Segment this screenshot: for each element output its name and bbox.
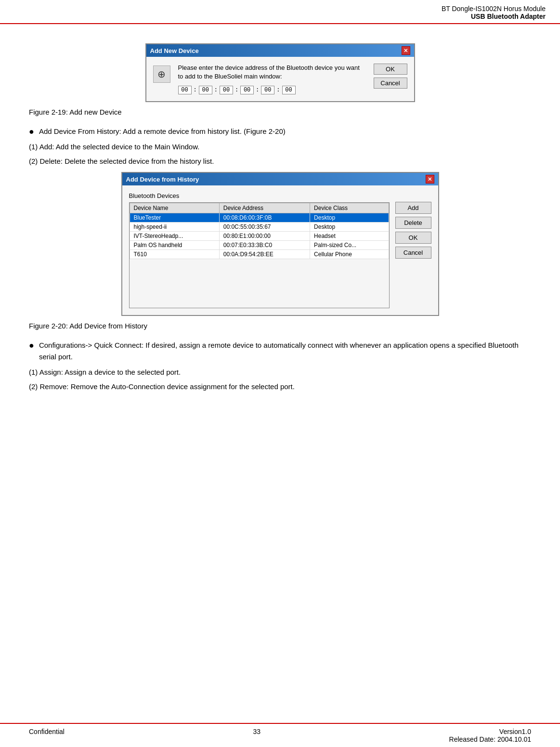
table-row[interactable]: high-speed-ii00:0C:55:00:35:67Desktop — [130, 223, 389, 232]
bullet1-dot: ● — [29, 127, 34, 137]
col-device-class: Device Class — [310, 203, 389, 213]
dialog20-body: Bluetooth Devices Device Name Device Add… — [122, 185, 438, 315]
dialog19-ok-button[interactable]: OK — [374, 64, 407, 75]
table-row[interactable]: IVT-StereoHeadp...00:80:E1:00:00:00Heads… — [130, 232, 389, 241]
device-table: Device Name Device Address Device Class … — [130, 203, 389, 259]
dialog19-title: Add New Device — [150, 47, 199, 54]
addr-field-1[interactable] — [178, 86, 192, 94]
table-cell-address: 00:07:E0:33:3B:C0 — [219, 241, 310, 250]
dialog19-buttons: OK Cancel — [374, 64, 407, 94]
dialog20-delete-button[interactable]: Delete — [395, 217, 431, 229]
numbered3: (1) Assign: Assign a device to the selec… — [29, 367, 531, 378]
dialog19-text: Please enter the device address of the B… — [178, 64, 366, 81]
address-input-row: : : : : : — [178, 86, 366, 94]
col-device-name: Device Name — [130, 203, 219, 213]
footer-version: Version1.0 — [449, 728, 531, 735]
bullet1-item: ● Add Device From History: Add a remote … — [29, 126, 531, 137]
table-cell-address: 00:0C:55:00:35:67 — [219, 223, 310, 232]
table-cell-address: 00:80:E1:00:00:00 — [219, 232, 310, 241]
table-cell-name: high-speed-ii — [130, 223, 219, 232]
header-line2: USB Bluetooth Adapter — [14, 13, 546, 20]
dialog19-icon-area: ⊕ — [153, 64, 170, 94]
col-device-address: Device Address — [219, 203, 310, 213]
footer-left: Confidential — [29, 728, 65, 743]
figure19-container: Add New Device ✕ ⊕ Please enter the devi… — [145, 43, 415, 102]
bullet2-item: ● Configurations-> Quick Connect: If des… — [29, 340, 531, 363]
dialog19-body: ⊕ Please enter the device address of the… — [146, 57, 414, 101]
numbered4: (2) Remove: Remove the Auto-Connection d… — [29, 381, 531, 393]
numbered2: (2) Delete: Delete the selected device f… — [29, 156, 531, 167]
add-new-device-dialog: Add New Device ✕ ⊕ Please enter the devi… — [145, 43, 415, 102]
addr-sep-5: : — [276, 87, 280, 93]
footer-date: Released Date: 2004.10.01 — [449, 735, 531, 743]
addr-field-2[interactable] — [199, 86, 212, 94]
page-footer: Confidential 33 Version1.0 Released Date… — [0, 723, 560, 747]
page-content: Add New Device ✕ ⊕ Please enter the devi… — [0, 24, 560, 410]
addr-sep-3: : — [235, 87, 238, 93]
figure19-caption: Figure 2-19: Add new Device — [29, 108, 531, 116]
device-table-header: Device Name Device Address Device Class — [130, 203, 389, 213]
dialog20-title: Add Device from History — [126, 176, 199, 183]
table-row[interactable]: Palm OS handheld00:07:E0:33:3B:C0Palm-si… — [130, 241, 389, 250]
addr-sep-1: : — [194, 87, 197, 93]
table-cell-class: Desktop — [310, 213, 389, 223]
table-cell-address: 00:08:D6:00:3F:0B — [219, 213, 310, 223]
bluetooth-icon: ⊕ — [153, 66, 170, 83]
add-device-history-dialog: Add Device from History ✕ Bluetooth Devi… — [121, 172, 439, 316]
numbered1: (1) Add: Add the selected device to the … — [29, 141, 531, 153]
dialog20-ok-button[interactable]: OK — [395, 232, 431, 244]
table-cell-class: Palm-sized Co... — [310, 241, 389, 250]
addr-sep-2: : — [214, 87, 218, 93]
addr-field-5[interactable] — [261, 86, 274, 94]
page-header: BT Dongle-IS1002N Horus Module USB Bluet… — [0, 0, 560, 24]
addr-field-3[interactable] — [220, 86, 233, 94]
dialog20-cancel-button[interactable]: Cancel — [395, 247, 431, 259]
dialog20-titlebar: Add Device from History ✕ — [122, 173, 438, 185]
table-cell-name: Palm OS handheld — [130, 241, 219, 250]
table-cell-class: Desktop — [310, 223, 389, 232]
dialog20-add-button[interactable]: Add — [395, 202, 431, 214]
table-cell-address: 00:0A:D9:54:2B:EE — [219, 250, 310, 259]
dialog20-close-button[interactable]: ✕ — [426, 175, 434, 183]
table-cell-name: IVT-StereoHeadp... — [130, 232, 219, 241]
table-cell-name: T610 — [130, 250, 219, 259]
bullet1-text: Add Device From History: Add a remote de… — [39, 126, 286, 137]
dialog19-close-button[interactable]: ✕ — [402, 46, 410, 55]
dialog19-titlebar: Add New Device ✕ — [146, 44, 414, 57]
device-section-label: Bluetooth Devices — [129, 192, 390, 199]
header-line1: BT Dongle-IS1002N Horus Module — [14, 5, 546, 13]
addr-field-4[interactable] — [240, 86, 254, 94]
table-cell-name: BlueTester — [130, 213, 219, 223]
addr-sep-4: : — [256, 87, 259, 93]
table-cell-class: Cellular Phone — [310, 250, 389, 259]
footer-right: Version1.0 Released Date: 2004.10.01 — [449, 728, 531, 743]
device-table-body: BlueTester00:08:D6:00:3F:0BDesktophigh-s… — [130, 213, 389, 259]
table-row[interactable]: BlueTester00:08:D6:00:3F:0BDesktop — [130, 213, 389, 223]
figure20-caption: Figure 2-20: Add Device from History — [29, 322, 531, 330]
device-list-area: Bluetooth Devices Device Name Device Add… — [129, 192, 390, 308]
footer-center: 33 — [253, 728, 260, 743]
device-list-scroll[interactable]: Device Name Device Address Device Class … — [129, 202, 390, 308]
addr-field-6[interactable] — [282, 86, 296, 94]
dialog19-cancel-button[interactable]: Cancel — [374, 78, 407, 89]
figure20-container: Add Device from History ✕ Bluetooth Devi… — [119, 172, 442, 316]
table-cell-class: Headset — [310, 232, 389, 241]
bullet2-dot: ● — [29, 341, 34, 351]
bullet2-text: Configurations-> Quick Connect: If desir… — [39, 340, 531, 363]
table-row[interactable]: T61000:0A:D9:54:2B:EECellular Phone — [130, 250, 389, 259]
dialog20-buttons: Add Delete OK Cancel — [395, 192, 431, 308]
dialog19-main: Please enter the device address of the B… — [178, 64, 366, 94]
